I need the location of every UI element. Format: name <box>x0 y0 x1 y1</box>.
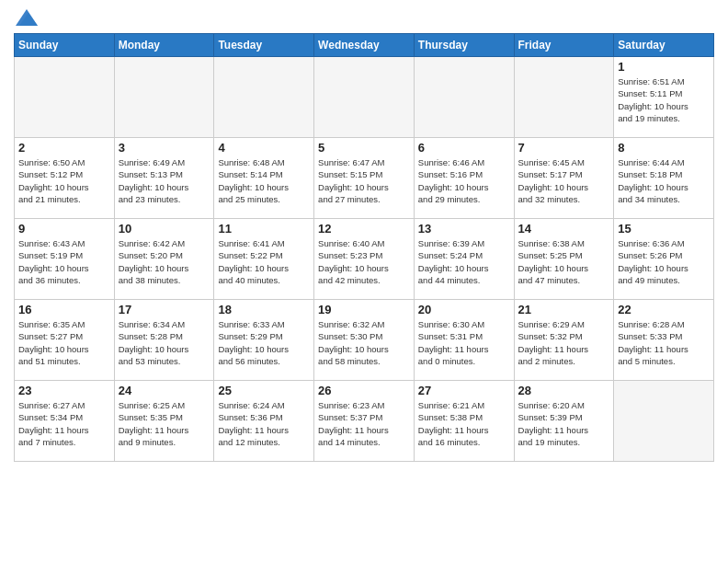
day-number: 17 <box>119 303 210 316</box>
calendar-cell: 26Sunrise: 6:23 AM Sunset: 5:37 PM Dayli… <box>314 381 415 462</box>
day-info: Sunrise: 6:32 AM Sunset: 5:30 PM Dayligh… <box>318 318 410 367</box>
day-info: Sunrise: 6:40 AM Sunset: 5:23 PM Dayligh… <box>318 237 410 286</box>
weekday-header-tuesday: Tuesday <box>214 34 314 57</box>
day-info: Sunrise: 6:34 AM Sunset: 5:28 PM Dayligh… <box>119 318 210 367</box>
calendar-cell: 9Sunrise: 6:43 AM Sunset: 5:19 PM Daylig… <box>15 219 115 300</box>
day-info: Sunrise: 6:30 AM Sunset: 5:31 PM Dayligh… <box>418 318 510 367</box>
calendar-cell: 8Sunrise: 6:44 AM Sunset: 5:18 PM Daylig… <box>614 138 714 219</box>
week-row-3: 9Sunrise: 6:43 AM Sunset: 5:19 PM Daylig… <box>15 219 714 300</box>
calendar-table: SundayMondayTuesdayWednesdayThursdayFrid… <box>14 33 714 462</box>
day-info: Sunrise: 6:44 AM Sunset: 5:18 PM Dayligh… <box>618 156 710 205</box>
calendar-cell: 11Sunrise: 6:41 AM Sunset: 5:22 PM Dayli… <box>214 219 314 300</box>
day-number: 18 <box>218 303 310 316</box>
day-info: Sunrise: 6:42 AM Sunset: 5:20 PM Dayligh… <box>119 237 210 286</box>
calendar-cell: 18Sunrise: 6:33 AM Sunset: 5:29 PM Dayli… <box>214 300 314 381</box>
weekday-header-row: SundayMondayTuesdayWednesdayThursdayFrid… <box>15 34 714 57</box>
day-info: Sunrise: 6:36 AM Sunset: 5:26 PM Dayligh… <box>618 237 710 286</box>
day-number: 28 <box>518 384 610 397</box>
day-info: Sunrise: 6:39 AM Sunset: 5:24 PM Dayligh… <box>418 237 510 286</box>
day-number: 11 <box>218 222 310 236</box>
day-number: 25 <box>218 384 310 397</box>
header <box>14 9 714 26</box>
day-info: Sunrise: 6:35 AM Sunset: 5:27 PM Dayligh… <box>18 318 110 367</box>
day-number: 6 <box>418 141 510 155</box>
calendar-cell: 17Sunrise: 6:34 AM Sunset: 5:28 PM Dayli… <box>114 300 214 381</box>
day-number: 21 <box>518 303 610 316</box>
day-number: 16 <box>18 303 110 316</box>
day-info: Sunrise: 6:41 AM Sunset: 5:22 PM Dayligh… <box>218 237 310 286</box>
calendar-cell: 20Sunrise: 6:30 AM Sunset: 5:31 PM Dayli… <box>414 300 514 381</box>
logo <box>14 9 38 26</box>
logo-icon <box>16 9 38 26</box>
week-row-2: 2Sunrise: 6:50 AM Sunset: 5:12 PM Daylig… <box>15 138 714 219</box>
day-number: 24 <box>119 384 210 397</box>
day-number: 26 <box>318 384 410 397</box>
day-info: Sunrise: 6:45 AM Sunset: 5:17 PM Dayligh… <box>518 156 610 205</box>
day-info: Sunrise: 6:21 AM Sunset: 5:38 PM Dayligh… <box>418 399 510 448</box>
calendar-cell: 15Sunrise: 6:36 AM Sunset: 5:26 PM Dayli… <box>614 219 714 300</box>
calendar-cell <box>514 57 614 138</box>
weekday-header-saturday: Saturday <box>614 34 714 57</box>
calendar-cell: 13Sunrise: 6:39 AM Sunset: 5:24 PM Dayli… <box>414 219 514 300</box>
calendar-cell: 4Sunrise: 6:48 AM Sunset: 5:14 PM Daylig… <box>214 138 314 219</box>
day-number: 8 <box>618 141 710 155</box>
day-number: 22 <box>618 303 710 316</box>
calendar-cell <box>214 57 314 138</box>
day-info: Sunrise: 6:20 AM Sunset: 5:39 PM Dayligh… <box>518 399 610 448</box>
day-number: 3 <box>119 141 210 155</box>
day-number: 12 <box>318 222 410 236</box>
calendar-cell: 7Sunrise: 6:45 AM Sunset: 5:17 PM Daylig… <box>514 138 614 219</box>
calendar-cell: 19Sunrise: 6:32 AM Sunset: 5:30 PM Dayli… <box>314 300 415 381</box>
week-row-4: 16Sunrise: 6:35 AM Sunset: 5:27 PM Dayli… <box>15 300 714 381</box>
calendar-cell <box>15 57 115 138</box>
calendar-cell: 10Sunrise: 6:42 AM Sunset: 5:20 PM Dayli… <box>114 219 214 300</box>
day-info: Sunrise: 6:33 AM Sunset: 5:29 PM Dayligh… <box>218 318 310 367</box>
calendar-cell: 21Sunrise: 6:29 AM Sunset: 5:32 PM Dayli… <box>514 300 614 381</box>
day-info: Sunrise: 6:29 AM Sunset: 5:32 PM Dayligh… <box>518 318 610 367</box>
day-info: Sunrise: 6:43 AM Sunset: 5:19 PM Dayligh… <box>18 237 110 286</box>
calendar-cell: 5Sunrise: 6:47 AM Sunset: 5:15 PM Daylig… <box>314 138 415 219</box>
weekday-header-friday: Friday <box>514 34 614 57</box>
calendar-cell: 1Sunrise: 6:51 AM Sunset: 5:11 PM Daylig… <box>614 57 714 138</box>
calendar-cell <box>114 57 214 138</box>
calendar-cell: 16Sunrise: 6:35 AM Sunset: 5:27 PM Dayli… <box>15 300 115 381</box>
calendar-cell: 24Sunrise: 6:25 AM Sunset: 5:35 PM Dayli… <box>114 381 214 462</box>
calendar-cell: 22Sunrise: 6:28 AM Sunset: 5:33 PM Dayli… <box>614 300 714 381</box>
day-info: Sunrise: 6:24 AM Sunset: 5:36 PM Dayligh… <box>218 399 310 448</box>
day-info: Sunrise: 6:28 AM Sunset: 5:33 PM Dayligh… <box>618 318 710 367</box>
day-info: Sunrise: 6:50 AM Sunset: 5:12 PM Dayligh… <box>18 156 110 205</box>
weekday-header-monday: Monday <box>114 34 214 57</box>
day-number: 20 <box>418 303 510 316</box>
day-info: Sunrise: 6:49 AM Sunset: 5:13 PM Dayligh… <box>119 156 210 205</box>
day-info: Sunrise: 6:47 AM Sunset: 5:15 PM Dayligh… <box>318 156 410 205</box>
day-number: 4 <box>218 141 310 155</box>
day-number: 5 <box>318 141 410 155</box>
calendar-cell <box>614 381 714 462</box>
day-info: Sunrise: 6:48 AM Sunset: 5:14 PM Dayligh… <box>218 156 310 205</box>
page: SundayMondayTuesdayWednesdayThursdayFrid… <box>0 0 728 476</box>
weekday-header-sunday: Sunday <box>15 34 115 57</box>
day-number: 14 <box>518 222 610 236</box>
day-info: Sunrise: 6:38 AM Sunset: 5:25 PM Dayligh… <box>518 237 610 286</box>
day-info: Sunrise: 6:23 AM Sunset: 5:37 PM Dayligh… <box>318 399 410 448</box>
day-number: 7 <box>518 141 610 155</box>
day-number: 13 <box>418 222 510 236</box>
calendar-cell: 6Sunrise: 6:46 AM Sunset: 5:16 PM Daylig… <box>414 138 514 219</box>
calendar-cell: 3Sunrise: 6:49 AM Sunset: 5:13 PM Daylig… <box>114 138 214 219</box>
day-number: 1 <box>618 60 710 74</box>
day-number: 10 <box>119 222 210 236</box>
week-row-1: 1Sunrise: 6:51 AM Sunset: 5:11 PM Daylig… <box>15 57 714 138</box>
day-info: Sunrise: 6:25 AM Sunset: 5:35 PM Dayligh… <box>119 399 210 448</box>
day-info: Sunrise: 6:27 AM Sunset: 5:34 PM Dayligh… <box>18 399 110 448</box>
day-number: 2 <box>18 141 110 155</box>
calendar-cell <box>314 57 415 138</box>
weekday-header-wednesday: Wednesday <box>314 34 415 57</box>
day-number: 23 <box>18 384 110 397</box>
calendar-cell: 14Sunrise: 6:38 AM Sunset: 5:25 PM Dayli… <box>514 219 614 300</box>
calendar-cell: 23Sunrise: 6:27 AM Sunset: 5:34 PM Dayli… <box>15 381 115 462</box>
day-info: Sunrise: 6:46 AM Sunset: 5:16 PM Dayligh… <box>418 156 510 205</box>
calendar-cell: 2Sunrise: 6:50 AM Sunset: 5:12 PM Daylig… <box>15 138 115 219</box>
weekday-header-thursday: Thursday <box>414 34 514 57</box>
calendar-cell: 27Sunrise: 6:21 AM Sunset: 5:38 PM Dayli… <box>414 381 514 462</box>
day-number: 19 <box>318 303 410 316</box>
